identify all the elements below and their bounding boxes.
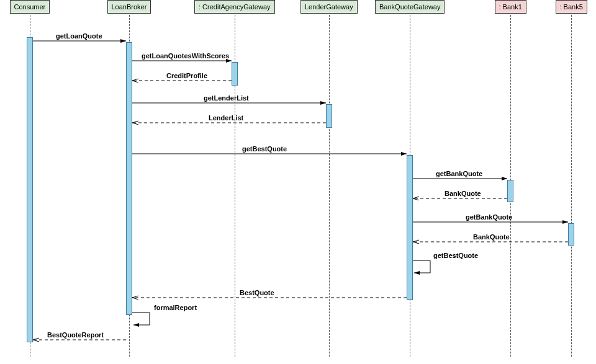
- participant-lendergw: LenderGateway: [300, 0, 358, 14]
- message-label-0: getLoanQuote: [56, 32, 102, 40]
- message-label-1: getLoanQuotesWithScores: [142, 52, 229, 60]
- activation-lendergw: [326, 104, 332, 128]
- participant-bank5: : Bank5: [556, 0, 587, 14]
- message-label-7: BankQuote: [445, 190, 481, 197]
- message-label-5: getBestQuote: [242, 145, 287, 153]
- activation-consumer: [27, 37, 33, 342]
- message-label-6: getBankQuote: [436, 170, 482, 177]
- message-label-3: getLenderList: [204, 94, 249, 102]
- message-label-10: getBestQuote: [433, 252, 478, 259]
- activation-loanbroker: [126, 42, 132, 315]
- activation-creditgw: [232, 62, 238, 86]
- message-label-9: BankQuote: [473, 233, 510, 241]
- message-label-12: formalReport: [154, 304, 197, 311]
- message-label-2: CreditProfile: [166, 72, 207, 79]
- participant-bank1: : Bank1: [495, 0, 526, 14]
- participant-creditgw: : CreditAgencyGateway: [194, 0, 275, 14]
- participant-bankgw: BankQuoteGateway: [375, 0, 445, 14]
- message-lines: [0, 0, 596, 364]
- message-label-8: getBankQuote: [466, 213, 512, 221]
- participant-loanbroker: LoanBroker: [107, 0, 151, 14]
- activation-bankgw: [407, 155, 413, 300]
- participant-consumer: Consumer: [10, 0, 50, 14]
- activation-bank5: [568, 223, 574, 246]
- message-label-13: BestQuoteReport: [47, 331, 104, 339]
- sequence-diagram: ConsumerLoanBroker: CreditAgencyGatewayL…: [0, 0, 596, 364]
- message-label-11: BestQuote: [240, 289, 274, 296]
- message-label-4: LenderList: [209, 114, 243, 122]
- activation-bank1: [507, 180, 513, 202]
